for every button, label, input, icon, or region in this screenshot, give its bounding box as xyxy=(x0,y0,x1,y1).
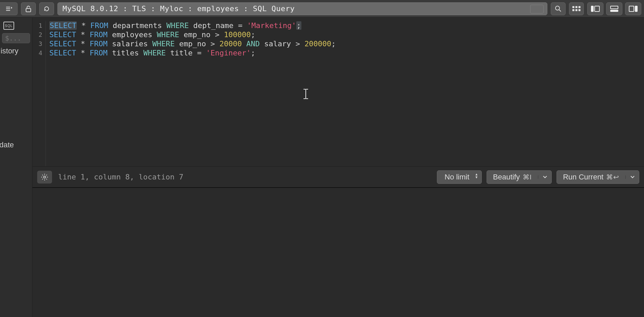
refresh-icon xyxy=(43,5,50,12)
beautify-label: Beautify xyxy=(493,173,520,181)
footer-right-group: No limit ▲▼ Beautify ⌘I xyxy=(437,170,639,184)
row-limit-label: No limit xyxy=(445,173,469,181)
chevron-down-icon xyxy=(630,175,635,179)
breadcrumb[interactable]: MySQL 8.0.12 : TLS : Myloc : employees :… xyxy=(57,2,547,15)
beautify-button[interactable]: Beautify ⌘I xyxy=(487,170,552,184)
code-line[interactable]: SELECT * FROM titles WHERE title = 'Engi… xyxy=(49,48,336,57)
sidebar-history-label[interactable]: History xyxy=(0,47,30,55)
grid-view-button[interactable] xyxy=(569,2,584,15)
gutter-line: 1 xyxy=(32,21,42,30)
results-pane[interactable] xyxy=(32,188,644,317)
code-line[interactable]: SELECT * FROM departments WHERE dept_nam… xyxy=(49,21,336,30)
search-icon xyxy=(555,5,562,12)
editor-footer: line 1, column 8, location 7 No limit ▲▼… xyxy=(32,166,644,188)
svg-point-2 xyxy=(44,176,46,178)
editor-settings-button[interactable] xyxy=(37,171,52,184)
sql-badge[interactable]: SQL xyxy=(3,22,14,30)
run-shortcut: ⌘↩ xyxy=(606,173,619,181)
breadcrumb-tag-box xyxy=(530,5,544,14)
layout-left-button[interactable] xyxy=(587,2,603,15)
toolbar: MySQL 8.0.12 : TLS : Myloc : employees :… xyxy=(0,0,644,18)
svg-point-1 xyxy=(555,6,560,10)
code-line[interactable]: SELECT * FROM salaries WHERE emp_no > 20… xyxy=(49,39,336,48)
layout-left-icon xyxy=(588,3,603,15)
sidebar-item-date[interactable]: _date xyxy=(0,141,30,149)
gutter-line: 3 xyxy=(32,39,42,48)
editor-column: 1234 SELECT * FROM departments WHERE dep… xyxy=(32,18,644,317)
editor-code[interactable]: SELECT * FROM departments WHERE dept_nam… xyxy=(46,21,336,166)
layout-bottom-button[interactable] xyxy=(606,2,622,15)
sidebar: SQL History p _date xyxy=(0,18,32,317)
stepper-icon: ▲▼ xyxy=(475,173,478,179)
refresh-button[interactable] xyxy=(39,2,54,15)
row-limit-select[interactable]: No limit ▲▼ xyxy=(437,170,482,184)
layout-right-button[interactable] xyxy=(625,2,641,15)
svg-rect-0 xyxy=(26,8,31,12)
code-line[interactable]: SELECT * FROM employees WHERE emp_no > 1… xyxy=(49,30,336,39)
sidebar-filter-input[interactable] xyxy=(2,33,30,43)
sidebar-item-p[interactable]: p xyxy=(0,101,30,110)
pane-layout-group xyxy=(587,2,641,15)
beautify-dropdown[interactable] xyxy=(538,175,551,179)
main-area: SQL History p _date 1234 SELECT * FROM d… xyxy=(0,18,644,317)
search-button[interactable] xyxy=(551,2,566,15)
list-arrow-icon xyxy=(5,5,12,12)
run-label: Run Current xyxy=(563,173,603,181)
beautify-shortcut: ⌘I xyxy=(523,173,532,181)
layout-right-icon xyxy=(625,3,641,15)
gear-icon xyxy=(41,173,48,181)
sidebar-toggle-button[interactable] xyxy=(0,2,18,15)
sql-editor[interactable]: 1234 SELECT * FROM departments WHERE dep… xyxy=(32,18,644,166)
editor-gutter: 1234 xyxy=(32,21,46,166)
run-dropdown[interactable] xyxy=(625,175,639,179)
lock-open-icon xyxy=(25,5,31,12)
cursor-status: line 1, column 8, location 7 xyxy=(58,173,183,181)
lock-button[interactable] xyxy=(21,2,36,15)
grid-icon xyxy=(572,6,580,11)
run-current-button[interactable]: Run Current ⌘↩ xyxy=(556,170,639,184)
breadcrumb-text: MySQL 8.0.12 : TLS : Myloc : employees :… xyxy=(63,4,295,13)
chevron-down-icon xyxy=(543,175,547,179)
gutter-line: 2 xyxy=(32,30,42,39)
layout-bottom-icon xyxy=(606,3,622,15)
gutter-line: 4 xyxy=(32,48,42,57)
